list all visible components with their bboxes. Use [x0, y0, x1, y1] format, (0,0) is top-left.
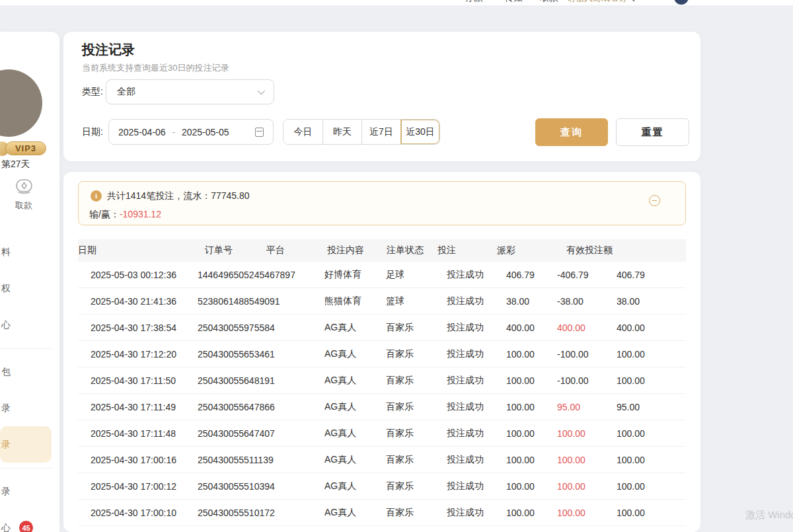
cell-payout: -100.00	[557, 375, 617, 386]
cell-valid-amount: 38.00	[617, 296, 686, 307]
cell-status: 投注成功	[447, 295, 506, 307]
bet-records-table: 日期 订单号 平台 投注内容 注单状态 投注 派彩 有效投注额	[78, 239, 686, 526]
sidebar-menu-item[interactable]: 录	[0, 426, 52, 463]
sidebar-menu-item-wrap: 录	[0, 390, 53, 426]
table-column-header: 订单号	[205, 245, 266, 256]
membership-day-count: 第27天	[1, 159, 30, 171]
sidebar-menu-item[interactable]: 包	[0, 354, 53, 390]
cell-date: 2025-04-30 17:11:48	[78, 428, 198, 439]
table-row[interactable]: 2025-04-30 17:38:54 250430055975584 AG真人…	[78, 315, 686, 341]
sidebar-menu-item[interactable]: 录	[0, 390, 53, 426]
cell-bet-content: 百家乐	[386, 348, 447, 360]
cell-platform: AG真人	[324, 348, 386, 360]
cell-payout: 100.00	[557, 481, 617, 492]
cell-bet-content: 百家乐	[386, 322, 447, 334]
sidebar-menu-item[interactable]: 心 45	[0, 510, 53, 532]
nav-withdraw[interactable]: 取款	[540, 0, 558, 4]
cell-date: 2025-04-30 17:11:50	[78, 375, 198, 386]
sidebar-menu-item-label: 录	[1, 439, 11, 451]
cell-payout: 95.00	[557, 402, 617, 412]
date-end-value: 2025-05-05	[182, 127, 229, 137]
screen: 存款 转账 取款 请输入游戏名称 VIP3 第27天 取款	[0, 0, 793, 532]
cell-order-number: 5238061488549091	[198, 296, 324, 307]
search-icon[interactable]	[626, 0, 635, 5]
cell-valid-amount: 100.00	[617, 375, 686, 386]
cell-date: 2025-04-30 17:11:49	[78, 402, 198, 412]
date-start-value: 2025-04-06	[118, 127, 166, 137]
cell-order-number: 250430055510172	[198, 508, 324, 518]
cell-status: 投注成功	[447, 375, 506, 387]
quick-range-button[interactable]: 今日	[283, 120, 322, 144]
cell-date: 2025-04-30 17:00:10	[78, 508, 198, 518]
table-row[interactable]: 2025-04-30 17:12:20 250430055653461 AG真人…	[78, 341, 686, 367]
cell-bet-amount: 100.00	[506, 455, 557, 465]
cell-valid-amount: 100.00	[617, 349, 686, 360]
quick-range-button[interactable]: 近30日	[400, 120, 439, 144]
sidebar-menu-item[interactable]: 录	[0, 473, 53, 510]
quick-range-button[interactable]: 近7日	[361, 120, 400, 144]
type-select-value: 全部	[117, 86, 258, 98]
cell-status: 投注成功	[447, 428, 506, 439]
cell-payout: -100.00	[557, 349, 617, 360]
sidebar-menu-item-label: 料	[1, 247, 11, 258]
cell-platform: AG真人	[324, 428, 386, 439]
sidebar-menu-item-label: 心	[1, 319, 11, 331]
cell-payout: 100.00	[557, 428, 617, 439]
sidebar-menu-item[interactable]: 心	[0, 307, 53, 343]
table-column-header: 平台	[266, 245, 327, 256]
summary-totals: 共计1414笔投注，流水：77745.80	[107, 190, 250, 202]
cell-status: 投注成功	[447, 507, 506, 519]
cell-payout: -406.79	[557, 270, 617, 280]
sidebar-menu-item[interactable]: 权	[0, 270, 53, 307]
sidebar-menu-item-label: 录	[1, 402, 11, 414]
sidebar-menu-item-label: 包	[1, 366, 11, 378]
cell-status: 投注成功	[447, 322, 506, 334]
query-button[interactable]: 查询	[535, 118, 608, 146]
table-column-header: 注单状态	[387, 245, 437, 256]
quick-range-button[interactable]: 昨天	[322, 120, 361, 144]
nav-transfer[interactable]: 转账	[504, 0, 523, 4]
sidebar-menu: 料 权 心	[0, 234, 53, 532]
menu-divider	[0, 343, 53, 354]
table-row[interactable]: 2025-04-30 17:11:50 250430055648191 AG真人…	[78, 367, 686, 394]
game-search-input[interactable]: 请输入游戏名称	[567, 0, 627, 4]
sidebar-menu-item[interactable]: 料	[0, 234, 53, 270]
cell-bet-content: 百家乐	[386, 507, 447, 519]
cell-payout: 400.00	[557, 323, 617, 333]
table-row[interactable]: 2025-04-30 17:00:16 250430055511139 AG真人…	[78, 447, 686, 473]
notification-count-badge: 45	[19, 521, 33, 532]
sidebar-menu-item-wrap: 心	[0, 307, 53, 354]
collapse-icon[interactable]	[649, 195, 660, 206]
nav-deposit[interactable]: 存款	[465, 0, 483, 4]
date-range-picker[interactable]: 2025-04-06 - 2025-05-05	[108, 119, 274, 145]
cell-bet-amount: 100.00	[506, 402, 557, 412]
reset-button[interactable]: 重置	[616, 118, 689, 146]
table-column-header: 有效投注额	[566, 245, 613, 256]
cell-payout: 100.00	[557, 508, 617, 518]
cell-bet-amount: 100.00	[506, 508, 557, 518]
table-row[interactable]: 2025-04-30 17:11:48 250430055647407 AG真人…	[78, 420, 686, 447]
cell-bet-amount: 100.00	[506, 428, 557, 439]
cell-platform: AG真人	[324, 322, 386, 334]
table-row[interactable]: 2025-04-30 17:11:49 250430055647866 AG真人…	[78, 394, 686, 420]
table-row[interactable]: 2025-04-30 17:00:10 250430055510172 AG真人…	[78, 500, 686, 526]
table-column-header: 派彩	[497, 245, 566, 256]
sidebar-menu-item-label: 权	[1, 283, 11, 295]
table-row[interactable]: 2025-04-30 21:41:36 5238061488549091 熊猫体…	[78, 288, 686, 315]
cell-platform: AG真人	[324, 401, 386, 413]
user-avatar[interactable]	[0, 69, 42, 137]
sidebar-withdraw-shortcut[interactable]: 取款	[0, 177, 48, 211]
cell-status: 投注成功	[447, 480, 506, 492]
calendar-icon	[255, 128, 264, 137]
cell-bet-amount: 406.79	[506, 270, 557, 280]
cell-platform: AG真人	[324, 454, 386, 466]
user-avatar-small[interactable]	[674, 0, 689, 5]
cell-date: 2025-05-03 00:12:36	[78, 270, 198, 280]
quick-range-group: 今日 昨天 近7日 近30日	[283, 119, 440, 145]
cell-platform: AG真人	[324, 375, 386, 387]
table-row[interactable]: 2025-04-30 17:00:12 250430055510394 AG真人…	[78, 473, 686, 500]
table-body: 2025-05-03 00:12:36 1446496505245467897 …	[78, 262, 686, 526]
type-select[interactable]: 全部	[106, 79, 274, 104]
win-lose-value: -10931.12	[120, 209, 161, 219]
table-row[interactable]: 2025-05-03 00:12:36 1446496505245467897 …	[78, 262, 686, 288]
